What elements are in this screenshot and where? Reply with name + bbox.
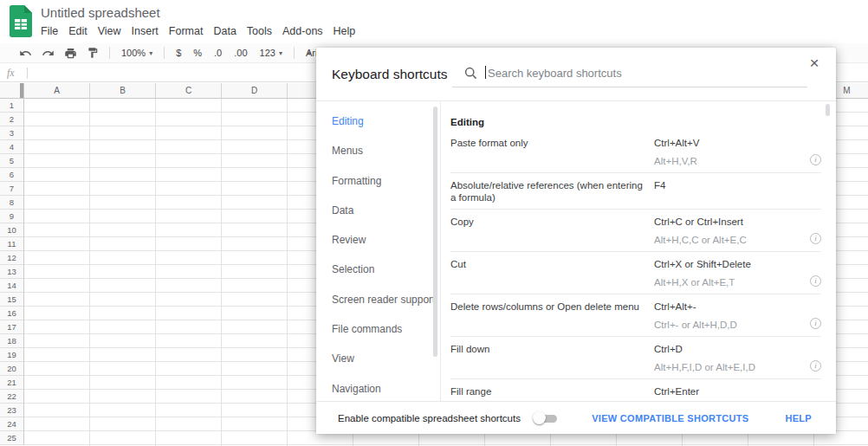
shortcut-row: Paste format only Ctrl+Alt+V Alt+H,V,R i: [450, 131, 821, 173]
info-icon[interactable]: i: [810, 318, 821, 329]
undo-button[interactable]: [14, 45, 36, 61]
menu-item[interactable]: View: [93, 23, 126, 40]
info-icon[interactable]: i: [810, 154, 821, 165]
row-header[interactable]: 1: [0, 99, 24, 113]
redo-button[interactable]: [36, 45, 59, 61]
toolbar-separator: [164, 47, 165, 59]
menu-item[interactable]: Add-ons: [277, 23, 328, 40]
shortcut-keys: F4: [654, 179, 821, 204]
shortcut-primary: Ctrl+Alt+-: [654, 301, 821, 313]
menu-bar: FileEditViewInsertFormatDataToolsAdd-ons…: [36, 23, 360, 40]
nav-item[interactable]: Menus: [316, 136, 440, 165]
row-header[interactable]: 13: [0, 265, 24, 279]
shortcut-primary: Ctrl+Alt+V: [654, 137, 821, 149]
nav-item[interactable]: File commands: [316, 314, 440, 344]
more-formats-button[interactable]: 123▾: [254, 48, 288, 58]
row-header[interactable]: 6: [0, 168, 24, 182]
row-header[interactable]: 5: [0, 154, 24, 168]
nav-item[interactable]: Review: [316, 225, 440, 255]
shortcut-row: Fill range Ctrl+Enter i: [450, 379, 821, 401]
format-currency-button[interactable]: $: [170, 48, 187, 58]
row-header[interactable]: 15: [0, 293, 24, 307]
info-icon[interactable]: i: [810, 233, 821, 244]
nav-item[interactable]: Data: [316, 196, 440, 225]
top-bar: Untitled spreadsheet FileEditViewInsertF…: [0, 0, 868, 43]
row-header[interactable]: 18: [0, 334, 24, 348]
help-link[interactable]: HELP: [785, 413, 812, 423]
row-header[interactable]: 21: [0, 376, 24, 390]
increase-decimal-button[interactable]: .00: [228, 48, 253, 58]
shortcut-search-input[interactable]: Search keyboard shortcuts: [452, 58, 807, 87]
row-header[interactable]: 10: [0, 223, 24, 237]
row-header[interactable]: 9: [0, 210, 24, 223]
dialog-nav: EditingMenusFormattingDataReviewSelectio…: [316, 101, 440, 401]
paint-format-button[interactable]: [81, 45, 104, 61]
row-header[interactable]: 23: [0, 404, 24, 417]
menu-item[interactable]: Tools: [242, 23, 277, 40]
shortcut-row: Fill down Ctrl+D Alt+H,F,I,D or Alt+E,I,…: [450, 337, 821, 379]
compat-shortcuts-toggle[interactable]: [533, 411, 559, 425]
shortcut-name: Copy: [450, 216, 654, 246]
row-header[interactable]: 4: [0, 140, 24, 154]
nav-item[interactable]: Screen reader support: [316, 285, 440, 314]
nav-item[interactable]: Navigation: [316, 374, 440, 401]
close-icon[interactable]: ×: [803, 52, 826, 74]
select-all-corner[interactable]: [0, 83, 24, 99]
row-header[interactable]: 7: [0, 182, 24, 196]
menu-item[interactable]: File: [36, 23, 63, 40]
view-compatible-shortcuts-link[interactable]: VIEW COMPATIBLE SHORTCUTS: [592, 413, 748, 423]
zoom-select[interactable]: 100%▾: [115, 48, 159, 58]
shortcut-keys: Ctrl+Enter: [654, 385, 821, 398]
row-header[interactable]: 2: [0, 113, 24, 126]
nav-item[interactable]: Formatting: [316, 166, 440, 196]
shortcut-name: Fill range: [450, 385, 654, 398]
menu-item[interactable]: Help: [328, 23, 361, 40]
nav-scrollbar[interactable]: [433, 107, 437, 357]
document-title[interactable]: Untitled spreadsheet: [41, 5, 160, 20]
format-percent-button[interactable]: %: [187, 48, 208, 58]
menu-item[interactable]: Data: [208, 23, 241, 40]
decrease-decimal-button[interactable]: .0: [208, 48, 228, 58]
row-header[interactable]: 12: [0, 251, 24, 265]
row-header[interactable]: 24: [0, 417, 24, 431]
shortcut-row: Cut Ctrl+X or Shift+Delete Alt+H,X or Al…: [450, 252, 821, 294]
info-icon[interactable]: i: [810, 275, 821, 287]
sheets-logo-icon[interactable]: [8, 4, 34, 38]
row-header[interactable]: 11: [0, 237, 24, 251]
keyboard-shortcuts-dialog: Keyboard shortcuts Search keyboard short…: [316, 48, 836, 434]
dialog-footer: Enable compatible spreadsheet shortcuts …: [316, 401, 836, 434]
row-header[interactable]: 14: [0, 279, 24, 293]
row-header[interactable]: 16: [0, 307, 24, 320]
row-header[interactable]: 20: [0, 362, 24, 376]
menu-item[interactable]: Format: [164, 23, 209, 40]
row-header[interactable]: 19: [0, 348, 24, 362]
row-header[interactable]: 8: [0, 196, 24, 210]
compat-toggle-label: Enable compatible spreadsheet shortcuts: [338, 413, 521, 423]
nav-item[interactable]: Selection: [316, 255, 440, 284]
column-header[interactable]: A: [24, 83, 90, 99]
nav-item[interactable]: Editing: [316, 107, 440, 136]
shortcut-row: Copy Ctrl+C or Ctrl+Insert Alt+H,C,C or …: [450, 210, 821, 252]
fx-label: fx: [7, 67, 15, 80]
column-header[interactable]: C: [156, 83, 222, 99]
shortcut-keys: Ctrl+D Alt+H,F,I,D or Alt+E,I,D: [654, 343, 821, 373]
row-header[interactable]: 25: [0, 431, 24, 445]
shortcut-secondary: Ctrl+- or Alt+H,D,D: [654, 319, 821, 331]
print-button[interactable]: [59, 45, 81, 61]
info-icon[interactable]: i: [810, 360, 821, 372]
menu-item[interactable]: Insert: [126, 23, 164, 40]
column-header[interactable]: B: [90, 83, 156, 99]
row-header[interactable]: 17: [0, 320, 24, 334]
row-header[interactable]: 3: [0, 126, 24, 140]
shortcut-secondary: Alt+H,V,R: [654, 155, 821, 167]
content-scrollbar[interactable]: [826, 104, 830, 116]
chevron-down-icon: ▾: [308, 49, 311, 57]
shortcut-row: Absolute/relative references (when enter…: [450, 173, 821, 210]
nav-item[interactable]: View: [316, 344, 440, 373]
column-header[interactable]: D: [222, 83, 288, 99]
menu-item[interactable]: Edit: [63, 23, 93, 40]
chevron-down-icon: ▾: [149, 49, 152, 57]
row-headers: 1234567891011121314151617181920212223242…: [0, 99, 24, 446]
row-header[interactable]: 22: [0, 390, 24, 404]
section-title: Editing: [450, 101, 821, 131]
